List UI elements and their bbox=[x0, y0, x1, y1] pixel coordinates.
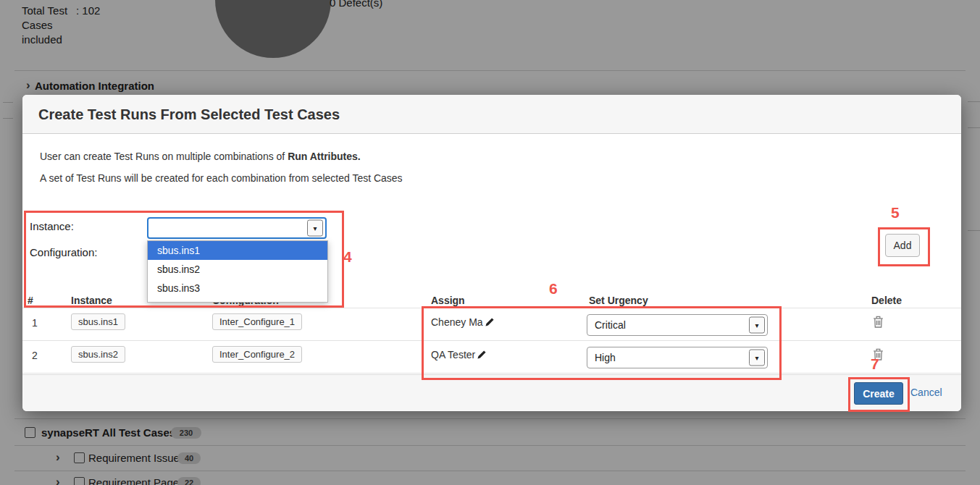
divider bbox=[22, 373, 961, 374]
intro-line-2: A set of Test Runs will be created for e… bbox=[40, 172, 403, 184]
chevron-down-icon[interactable]: ▾ bbox=[749, 317, 765, 334]
chevron-down-icon[interactable]: ▾ bbox=[749, 350, 765, 366]
annotation-number-5: 5 bbox=[891, 204, 900, 222]
urgency-select-value: High bbox=[595, 352, 616, 363]
modal-footer bbox=[22, 374, 961, 411]
edit-pencil-icon[interactable] bbox=[477, 350, 486, 361]
col-header-set-urgency: Set Urgency bbox=[589, 295, 648, 306]
intro-line-1-text: User can create Test Runs on multiple co… bbox=[40, 151, 288, 162]
col-header-num: # bbox=[28, 295, 33, 306]
annotation-number-7: 7 bbox=[871, 355, 879, 373]
screen: Duration : Total Test : 102 Cases includ… bbox=[0, 0, 980, 485]
configuration-tag: Inter_Configure_1 bbox=[212, 313, 302, 330]
configuration-tag: Inter_Configure_2 bbox=[212, 346, 302, 363]
divider bbox=[22, 340, 961, 341]
dropdown-option-sbus-ins3[interactable]: sbus.ins3 bbox=[148, 279, 327, 298]
intro-line-1-bold: Run Attributes. bbox=[288, 151, 361, 162]
delete-trash-icon[interactable] bbox=[873, 316, 884, 328]
instance-label: Instance: bbox=[30, 220, 74, 232]
divider bbox=[22, 308, 961, 308]
instance-tag: sbus.ins1 bbox=[71, 313, 125, 330]
configuration-label: Configuration: bbox=[30, 246, 97, 258]
cancel-link[interactable]: Cancel bbox=[910, 387, 942, 398]
annotation-number-6: 6 bbox=[549, 280, 558, 298]
col-header-instance: Instance bbox=[71, 295, 112, 306]
modal-title: Create Test Runs From Selected Test Case… bbox=[38, 95, 340, 134]
urgency-select[interactable]: High ▾ bbox=[587, 347, 768, 368]
assignee-name: Cheney Ma bbox=[431, 316, 483, 328]
instance-tag: sbus.ins2 bbox=[71, 346, 125, 363]
intro-line-1: User can create Test Runs on multiple co… bbox=[40, 151, 361, 162]
assignee-field[interactable]: Cheney Ma bbox=[431, 316, 494, 329]
row-number: 2 bbox=[32, 350, 38, 361]
dropdown-option-sbus-ins1[interactable]: sbus.ins1 bbox=[148, 241, 327, 260]
create-test-runs-modal: Create Test Runs From Selected Test Case… bbox=[22, 95, 961, 411]
assignee-name: QA Tester bbox=[431, 349, 475, 360]
edit-pencil-icon[interactable] bbox=[485, 317, 494, 329]
instance-dropdown-list: sbus.ins1 sbus.ins2 sbus.ins3 bbox=[147, 240, 328, 303]
urgency-select[interactable]: Critical ▾ bbox=[587, 314, 768, 336]
annotation-number-4: 4 bbox=[343, 248, 352, 266]
row-number: 1 bbox=[32, 317, 38, 329]
chevron-down-icon[interactable]: ▾ bbox=[307, 220, 323, 237]
col-header-delete: Delete bbox=[871, 295, 902, 306]
create-button[interactable]: Create bbox=[854, 382, 903, 405]
dropdown-option-sbus-ins2[interactable]: sbus.ins2 bbox=[148, 260, 327, 279]
urgency-select-value: Critical bbox=[595, 319, 626, 331]
assignee-field[interactable]: QA Tester bbox=[431, 349, 486, 361]
add-button[interactable]: Add bbox=[885, 234, 920, 257]
instance-select[interactable]: ▾ bbox=[147, 217, 327, 239]
col-header-assign: Assign bbox=[431, 295, 465, 306]
modal-header: Create Test Runs From Selected Test Case… bbox=[22, 95, 961, 134]
